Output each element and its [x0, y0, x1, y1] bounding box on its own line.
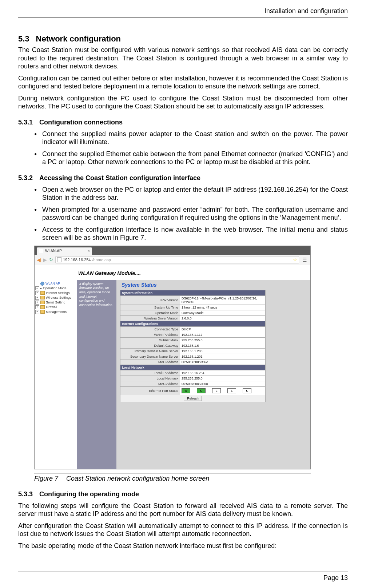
- expand-icon[interactable]: +: [35, 296, 39, 300]
- menu-button[interactable]: ☰: [301, 257, 308, 263]
- tree-item-wireless-settings[interactable]: +Wireless Settings: [35, 295, 76, 300]
- table-row: Wireless Driver Version2.6.0.0: [120, 315, 266, 321]
- list-item: Connect the supplied Ethernet cable betw…: [34, 150, 348, 166]
- reload-button[interactable]: ↻: [49, 257, 53, 262]
- table-row: Local IP Address192.168.16.254: [120, 370, 266, 376]
- row-label: System Up Time: [120, 305, 180, 310]
- list-item: Access to the configuration interface is…: [34, 226, 348, 242]
- paragraph: Configuration can be carried out either …: [18, 74, 348, 91]
- row-value: DS620P-11n-4M-usb-sta-PCIe_v1.1.25-2012/…: [180, 295, 266, 305]
- row-value: 2.6.0.0: [180, 315, 266, 321]
- tree-root-label[interactable]: WLAN AP: [45, 282, 60, 285]
- refresh-button[interactable]: Refresh: [184, 396, 202, 401]
- tree-item-label: Operation Mode: [43, 286, 67, 290]
- content-title: System Status: [122, 282, 307, 288]
- port-status-cell: W L L L L: [180, 386, 266, 395]
- bookmark-star-icon[interactable]: ☆: [293, 257, 297, 262]
- browser-tab[interactable]: WLAN-AP ×: [37, 247, 92, 255]
- browser-tab-bar: WLAN-AP ×: [35, 246, 310, 255]
- table-row: F/W VersionDS620P-11n-4M-usb-sta-PCIe_v1…: [120, 295, 266, 305]
- section-title: Network configuration: [36, 34, 121, 43]
- favicon-icon: [39, 249, 43, 253]
- row-label: MAC Address: [120, 359, 180, 365]
- url-path: /home.asp: [92, 258, 111, 262]
- tree-item-operation-mode[interactable]: –▸Operation Mode: [35, 286, 76, 291]
- tree-item-internet-settings[interactable]: +Internet Settings: [35, 291, 76, 295]
- section-header-inet: Internet Configurations: [120, 321, 266, 326]
- row-label: Subnet Mask: [120, 337, 180, 343]
- figure-number: Figure 7: [34, 475, 58, 482]
- row-label: Local IP Address: [120, 370, 180, 376]
- tree-item-label: Internet Settings: [46, 291, 70, 295]
- paragraph: During network configuration the PC used…: [18, 94, 348, 111]
- ethernet-port-icon: L: [197, 388, 206, 393]
- hint-panel: It display system firmware version, up-t…: [77, 280, 116, 469]
- paragraph: The Coast Station must be configured wit…: [18, 46, 348, 71]
- row-value: 255.255.255.0: [180, 376, 266, 381]
- nav-tree: +WLAN AP –▸Operation Mode +Internet Sett…: [35, 280, 77, 469]
- subsection-heading: 5.3.3Configuring the operating mode: [18, 490, 348, 498]
- row-value: 1 hour, 12 mins, 47 secs: [180, 305, 266, 310]
- row-label: Primary Domain Name Server: [120, 348, 180, 354]
- tree-item-label: Managements: [46, 310, 67, 314]
- table-row: Secondary Domain Name Server192.168.1.20…: [120, 354, 266, 359]
- expand-icon[interactable]: +: [35, 310, 39, 314]
- tree-item-label: Wireless Settings: [46, 296, 71, 299]
- table-row: Local Netmask255.255.255.0: [120, 376, 266, 381]
- close-icon[interactable]: ×: [88, 249, 90, 253]
- expand-icon[interactable]: +: [35, 301, 39, 305]
- paragraph: The basic operating mode of the Coast St…: [18, 542, 348, 550]
- row-value: Gateway Mode: [180, 310, 266, 315]
- arrow-icon: ▸: [40, 287, 42, 290]
- product-banner: WLAN Gateway Module....: [35, 265, 310, 280]
- row-label: WAN IP Address: [120, 332, 180, 337]
- subsection-title: Configuring the operating mode: [39, 490, 139, 498]
- expand-icon[interactable]: +: [35, 291, 39, 295]
- bullet-list: Open a web browser on the PC or laptop a…: [18, 186, 348, 242]
- paragraph: The following steps will configure the C…: [18, 502, 348, 518]
- ethernet-port-icon: L: [243, 388, 251, 393]
- folder-icon: [40, 296, 45, 299]
- row-label: F/W Version: [120, 295, 180, 305]
- page-footer: Page 13: [18, 572, 348, 582]
- row-label: Local Netmask: [120, 376, 180, 381]
- folder-icon: [40, 301, 45, 304]
- table-row: Primary Domain Name Server192.168.1.200: [120, 348, 266, 354]
- forward-button[interactable]: ▶: [43, 257, 47, 263]
- table-row: System Up Time1 hour, 12 mins, 47 secs: [120, 305, 266, 310]
- tree-item-label: Firewall: [46, 305, 57, 309]
- table-row: Ethernet Port Status W L L L L: [120, 386, 266, 395]
- row-value: 192.168.1.6: [180, 343, 266, 348]
- app-body: +WLAN AP –▸Operation Mode +Internet Sett…: [35, 280, 310, 469]
- figure: WLAN-AP × ◀ ▶ ↻ 192.168.16.254/home.asp …: [34, 246, 311, 482]
- back-button[interactable]: ◀: [37, 257, 41, 263]
- table-row: Operation ModeGateway Mode: [120, 310, 266, 315]
- refresh-row: Refresh: [120, 395, 266, 402]
- tree-item-firewall[interactable]: +Firewall: [35, 305, 76, 310]
- row-label: Ethernet Port Status: [120, 386, 180, 395]
- folder-icon: [40, 291, 45, 295]
- page-icon: [57, 257, 61, 262]
- subsection-number: 5.3.3: [18, 490, 33, 498]
- tree-root[interactable]: +WLAN AP: [35, 281, 76, 286]
- expand-icon[interactable]: –: [35, 286, 39, 290]
- row-label: Wireless Driver Version: [120, 315, 180, 321]
- row-label: MAC Address: [120, 381, 180, 386]
- subsection-number: 5.3.2: [18, 174, 33, 182]
- row-label: Operation Mode: [120, 310, 180, 315]
- row-value: 192.168.1.201: [180, 354, 266, 359]
- expand-icon[interactable]: +: [35, 305, 39, 309]
- row-value: 192.168.1.200: [180, 348, 266, 354]
- row-label: Secondary Domain Name Server: [120, 354, 180, 359]
- row-label: Default Gateway: [120, 343, 180, 348]
- section-header-sysinfo: System Information: [120, 290, 266, 295]
- address-bar[interactable]: 192.168.16.254/home.asp ☆: [55, 256, 299, 263]
- list-item: Connect the supplied mains power adapter…: [34, 130, 348, 146]
- status-table: System Information F/W VersionDS620P-11n…: [120, 290, 266, 402]
- tree-item-managements[interactable]: +Managements: [35, 310, 76, 314]
- figure-caption: Figure 7Coast Station network configurat…: [34, 473, 311, 482]
- url-host: 192.168.16.254: [63, 258, 91, 262]
- ethernet-port-icon: L: [227, 388, 236, 393]
- paragraph: After configuration the Coast Station wi…: [18, 522, 348, 538]
- tree-item-serial-setting[interactable]: +Serial Setting: [35, 300, 76, 305]
